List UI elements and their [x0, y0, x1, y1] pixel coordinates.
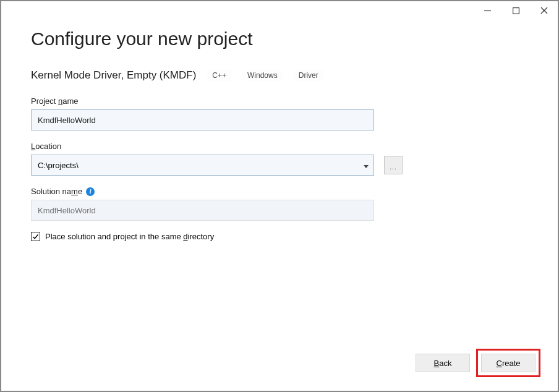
template-tag: Driver: [294, 70, 323, 81]
browse-button[interactable]: ...: [384, 156, 403, 174]
project-name-input[interactable]: [31, 109, 374, 130]
minimize-button[interactable]: [479, 4, 496, 17]
project-name-label: Project name: [31, 96, 528, 106]
create-button-highlight: Create: [476, 349, 540, 377]
chevron-down-icon: [364, 161, 369, 170]
maximize-button[interactable]: [507, 4, 524, 17]
back-button[interactable]: Back: [416, 354, 470, 372]
same-directory-label: Place solution and project in the same d…: [45, 232, 214, 241]
location-combobox[interactable]: C:\projects\: [31, 155, 374, 176]
solution-name-label: Solution name i: [31, 187, 528, 196]
template-tag: Windows: [242, 70, 283, 81]
template-name: Kernel Mode Driver, Empty (KMDF): [31, 69, 196, 82]
location-value: C:\projects\: [38, 161, 79, 170]
svg-rect-1: [513, 7, 519, 14]
template-tag: C++: [207, 70, 231, 81]
location-label: Location: [31, 142, 528, 151]
create-button[interactable]: Create: [481, 354, 536, 372]
svg-marker-4: [364, 165, 369, 168]
solution-name-input: [31, 200, 374, 221]
info-icon[interactable]: i: [86, 187, 95, 196]
page-title: Configure your new project: [31, 28, 528, 49]
close-button[interactable]: [536, 4, 553, 17]
same-directory-checkbox[interactable]: [31, 232, 40, 241]
template-row: Kernel Mode Driver, Empty (KMDF) C++ Win…: [31, 69, 528, 82]
